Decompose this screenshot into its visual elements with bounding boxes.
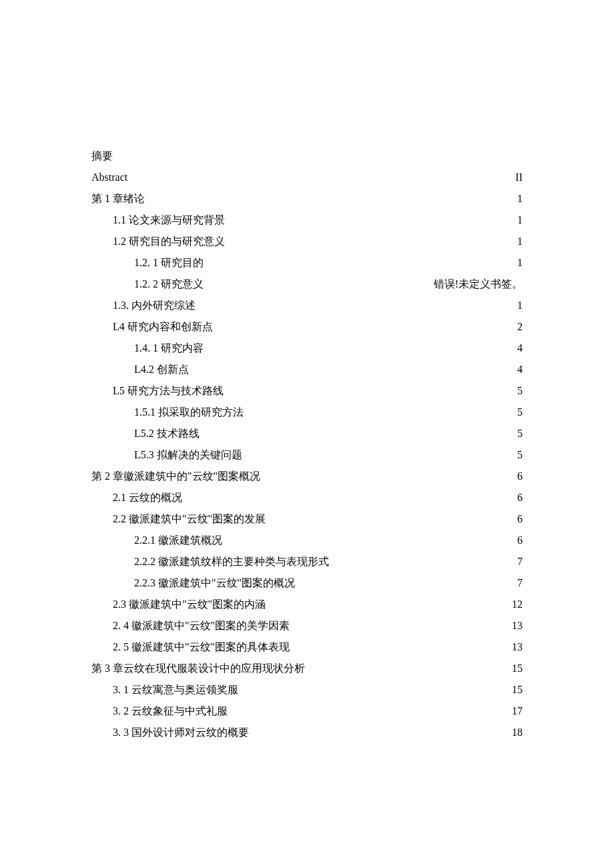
- toc-entry: 1.5.1 拟采取的研究方法 5: [91, 402, 523, 423]
- toc-page-number: 6: [517, 466, 523, 487]
- toc-entry: L4.2 创新点 4: [91, 359, 523, 380]
- toc-page-number: 13: [512, 636, 523, 658]
- toc-entry: 1.4. 1 研究内容 4: [91, 338, 523, 359]
- toc-label: 1.4. 1 研究内容: [134, 338, 204, 359]
- toc-page-number: 13: [512, 615, 523, 636]
- toc-page-number: 5: [517, 380, 523, 402]
- toc-entry: L4 研究内容和创新点 2: [91, 316, 523, 338]
- toc-entry: 第 1 章绪论 1: [91, 188, 523, 209]
- toc-label: Abstract: [91, 167, 127, 188]
- toc-label: 1.2 研究目的与研究意义: [113, 231, 225, 252]
- toc-label: 1.3. 内外研究综述: [113, 295, 196, 316]
- toc-entry: 1.1 论文来源与研究背景 1: [91, 209, 523, 231]
- toc-label: 2.2 徽派建筑中"云纹"图案的发展: [113, 508, 266, 530]
- toc-label: 3. 1 云纹寓意与奥运领奖服: [113, 679, 238, 701]
- toc-entry: 1.2 研究目的与研究意义 1: [91, 231, 523, 252]
- toc-label: L4.2 创新点: [134, 359, 189, 380]
- toc-label: 第 3 章云纹在现代服装设计中的应用现状分析: [91, 658, 305, 679]
- toc-entry: 第 3 章云纹在现代服装设计中的应用现状分析 15: [91, 658, 523, 679]
- toc-label: 第 2 章徽派建筑中的"云纹"图案概况: [91, 466, 260, 487]
- toc-page-number: 7: [517, 572, 523, 594]
- toc-page-number: 1: [517, 188, 523, 209]
- toc-label: 1.1 论文来源与研究背景: [113, 209, 225, 231]
- toc-label: 2.2.2 徽派建筑纹样的主要种类与表现形式: [134, 551, 329, 572]
- toc-label: L4 研究内容和创新点: [113, 316, 213, 338]
- toc-label: 1.2. 1 研究目的: [134, 252, 204, 274]
- toc-label: 第 1 章绪论: [91, 188, 145, 209]
- toc-page-number: 2: [517, 316, 523, 338]
- toc-entry: 3. 1 云纹寓意与奥运领奖服 15: [91, 679, 523, 701]
- toc-label: 1.5.1 拟采取的研究方法: [134, 402, 244, 423]
- toc-page-number: 1: [517, 231, 523, 252]
- toc-entry: Abstract II: [91, 167, 523, 188]
- table-of-contents: 摘要Abstract II第 1 章绪论 11.1 论文来源与研究背景 11.2…: [91, 145, 523, 743]
- toc-label: 2.2.1 徽派建筑概况: [134, 530, 222, 551]
- toc-entry: 2.1 云纹的概况 6: [91, 487, 523, 508]
- toc-entry: 2.2.2 徽派建筑纹样的主要种类与表现形式 7: [91, 551, 523, 572]
- toc-label: 2. 5 徽派建筑中"云纹"图案的具体表现: [113, 636, 290, 658]
- toc-page-number: 4: [517, 338, 523, 359]
- toc-page-number: 17: [512, 701, 523, 722]
- toc-entry: 2.2.3 徽派建筑中"云纹"图案的概况 7: [91, 572, 523, 594]
- toc-page-number: 5: [517, 423, 523, 444]
- toc-entry: 2.2.1 徽派建筑概况 6: [91, 530, 523, 551]
- toc-label: L5.2 技术路线: [134, 423, 200, 444]
- toc-page-number: 6: [517, 487, 523, 508]
- toc-label: 3. 2 云纹象征与中式礼服: [113, 701, 228, 722]
- toc-label: 2.2.3 徽派建筑中"云纹"图案的概况: [134, 572, 295, 594]
- toc-page-number: 6: [517, 530, 523, 551]
- toc-page-number: 4: [517, 359, 523, 380]
- toc-page-number: 1: [517, 209, 523, 231]
- toc-page-number: 15: [512, 679, 523, 701]
- toc-page-number: 18: [512, 722, 523, 743]
- toc-page-number: 1: [517, 252, 523, 274]
- toc-entry: 第 2 章徽派建筑中的"云纹"图案概况 6: [91, 466, 523, 487]
- toc-entry: 2. 5 徽派建筑中"云纹"图案的具体表现 13: [91, 636, 523, 658]
- toc-entry: 2.3 徽派建筑中"云纹"图案的内涵 12: [91, 594, 523, 615]
- toc-label: 2. 4 徽派建筑中"云纹"图案的美学因素: [113, 615, 290, 636]
- toc-label: 摘要: [91, 145, 113, 167]
- toc-page-number: II: [515, 167, 523, 188]
- toc-entry: L5.2 技术路线 5: [91, 423, 523, 444]
- toc-entry: 2.2 徽派建筑中"云纹"图案的发展 6: [91, 508, 523, 530]
- toc-page-number: 1: [517, 295, 523, 316]
- toc-entry: 2. 4 徽派建筑中"云纹"图案的美学因素 13: [91, 615, 523, 636]
- toc-page-number: 7: [517, 551, 523, 572]
- toc-label: 2.1 云纹的概况: [113, 487, 182, 508]
- toc-entry: 1.2. 1 研究目的 1: [91, 252, 523, 274]
- toc-page-number: 15: [512, 658, 523, 679]
- toc-label: L5 研究方法与技术路线: [113, 380, 224, 402]
- toc-entry: 3. 3 国外设计师对云纹的概要 18: [91, 722, 523, 743]
- toc-label: 3. 3 国外设计师对云纹的概要: [113, 722, 249, 743]
- toc-label: 2.3 徽派建筑中"云纹"图案的内涵: [113, 594, 266, 615]
- toc-entry: 3. 2 云纹象征与中式礼服 17: [91, 701, 523, 722]
- toc-page-number: 5: [517, 402, 523, 423]
- toc-entry: L5.3 拟解决的关键问题 5: [91, 444, 523, 466]
- toc-entry: 摘要: [91, 145, 523, 167]
- toc-entry: L5 研究方法与技术路线 5: [91, 380, 523, 402]
- toc-page-number: 12: [512, 594, 523, 615]
- toc-page-number: 5: [517, 444, 523, 466]
- toc-page-number: 错误!未定义书签。: [434, 274, 523, 295]
- toc-label: 1.2. 2 研究意义: [134, 274, 204, 295]
- toc-page-number: 6: [517, 508, 523, 530]
- toc-entry: 1.3. 内外研究综述 1: [91, 295, 523, 316]
- toc-label: L5.3 拟解决的关键问题: [134, 444, 242, 466]
- toc-entry: 1.2. 2 研究意义 错误!未定义书签。: [91, 274, 523, 295]
